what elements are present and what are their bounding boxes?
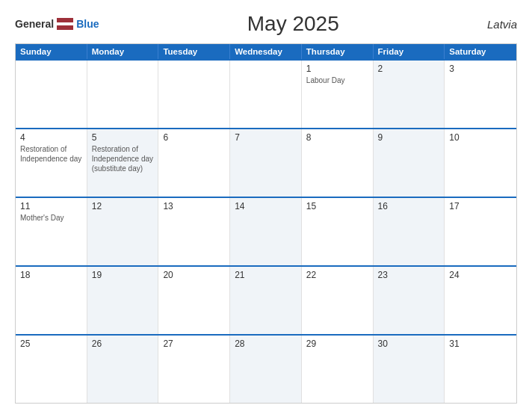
- calendar-cell: 16: [374, 198, 445, 265]
- day-event: Restoration of Independence day (substit…: [92, 145, 153, 173]
- day-number: 20: [163, 270, 225, 280]
- calendar: SundayMondayTuesdayWednesdayThursdayFrid…: [15, 43, 517, 404]
- day-number: 10: [449, 132, 512, 143]
- calendar-cell: 2: [374, 61, 445, 128]
- calendar-cell: 27: [158, 336, 230, 403]
- calendar-cell: 1Labour Day: [302, 61, 374, 128]
- day-number: 27: [163, 339, 225, 349]
- day-event: Labour Day: [306, 76, 345, 84]
- day-number: 29: [306, 339, 368, 349]
- day-number: 12: [92, 201, 154, 211]
- calendar-cell: 6: [158, 129, 230, 197]
- calendar-cell: 7: [230, 129, 302, 197]
- calendar-cell: 4Restoration of Independence day: [16, 129, 87, 197]
- week-row-4: 25262728293031: [16, 334, 516, 403]
- logo: General Blue: [15, 18, 99, 30]
- weekday-header: Friday: [374, 44, 445, 59]
- week-row-0: 1Labour Day23: [16, 59, 516, 128]
- svg-rect-1: [57, 22, 73, 25]
- calendar-cell: 31: [445, 336, 516, 403]
- day-number: 13: [163, 201, 225, 211]
- day-number: 22: [306, 270, 368, 280]
- calendar-cell: 9: [374, 129, 445, 197]
- day-number: 9: [378, 132, 440, 143]
- day-number: 19: [92, 270, 154, 280]
- day-number: 18: [20, 270, 82, 280]
- calendar-cell: 12: [87, 198, 159, 265]
- day-number: 7: [235, 132, 297, 143]
- weekday-header: Thursday: [302, 44, 374, 59]
- page: General Blue May 2025 Latvia SundayMonda…: [0, 0, 532, 411]
- day-number: 15: [306, 201, 368, 211]
- day-number: 23: [378, 270, 440, 280]
- week-row-3: 18192021222324: [16, 265, 516, 334]
- day-number: 26: [92, 339, 154, 349]
- calendar-cell: 25: [16, 336, 87, 403]
- header: General Blue May 2025 Latvia: [15, 12, 517, 36]
- calendar-cell: 22: [302, 267, 374, 334]
- day-number: 8: [306, 132, 368, 143]
- calendar-cell: 5Restoration of Independence day (substi…: [87, 129, 159, 197]
- logo-general-text: General: [15, 18, 54, 30]
- calendar-cell: 30: [374, 336, 445, 403]
- weekday-header: Sunday: [16, 44, 87, 59]
- calendar-body: 1Labour Day234Restoration of Independenc…: [16, 59, 516, 403]
- calendar-cell: 19: [87, 267, 159, 334]
- calendar-cell: [158, 61, 230, 128]
- day-event: Mother's Day: [20, 214, 64, 222]
- week-row-1: 4Restoration of Independence day5Restora…: [16, 128, 516, 197]
- calendar-cell: 14: [230, 198, 302, 265]
- calendar-cell: [16, 61, 87, 128]
- calendar-cell: 28: [230, 336, 302, 403]
- day-number: 17: [449, 201, 512, 211]
- day-number: 5: [92, 132, 154, 143]
- week-row-2: 11Mother's Day121314151617: [16, 197, 516, 265]
- calendar-cell: 23: [374, 267, 445, 334]
- logo-blue-text: Blue: [76, 18, 99, 30]
- calendar-cell: 3: [445, 61, 516, 128]
- calendar-cell: [230, 61, 302, 128]
- day-number: 6: [163, 132, 225, 143]
- calendar-cell: 20: [158, 267, 230, 334]
- page-title: May 2025: [99, 12, 486, 36]
- day-number: 21: [235, 270, 297, 280]
- flag-icon: [57, 18, 73, 30]
- calendar-cell: 11Mother's Day: [16, 198, 87, 265]
- day-number: 4: [20, 132, 82, 143]
- day-number: 11: [20, 201, 82, 211]
- weekday-header: Monday: [87, 44, 159, 59]
- calendar-cell: 13: [158, 198, 230, 265]
- day-number: 3: [449, 64, 512, 74]
- calendar-cell: [87, 61, 159, 128]
- calendar-cell: 21: [230, 267, 302, 334]
- day-number: 14: [235, 201, 297, 211]
- calendar-cell: 15: [302, 198, 374, 265]
- calendar-cell: 10: [445, 129, 516, 197]
- calendar-cell: 18: [16, 267, 87, 334]
- country-label: Latvia: [487, 18, 517, 31]
- day-number: 2: [378, 64, 440, 74]
- calendar-cell: 29: [302, 336, 374, 403]
- weekday-header: Saturday: [445, 44, 516, 59]
- day-number: 30: [378, 339, 440, 349]
- day-event: Restoration of Independence day: [20, 145, 81, 163]
- calendar-cell: 8: [302, 129, 374, 197]
- day-number: 28: [235, 339, 297, 349]
- day-number: 24: [449, 270, 512, 280]
- day-number: 1: [306, 64, 368, 74]
- calendar-header-row: SundayMondayTuesdayWednesdayThursdayFrid…: [16, 44, 516, 59]
- calendar-cell: 26: [87, 336, 159, 403]
- day-number: 16: [378, 201, 440, 211]
- calendar-cell: 17: [445, 198, 516, 265]
- day-number: 25: [20, 339, 82, 349]
- weekday-header: Tuesday: [158, 44, 230, 59]
- weekday-header: Wednesday: [230, 44, 302, 59]
- calendar-cell: 24: [445, 267, 516, 334]
- day-number: 31: [449, 339, 512, 349]
